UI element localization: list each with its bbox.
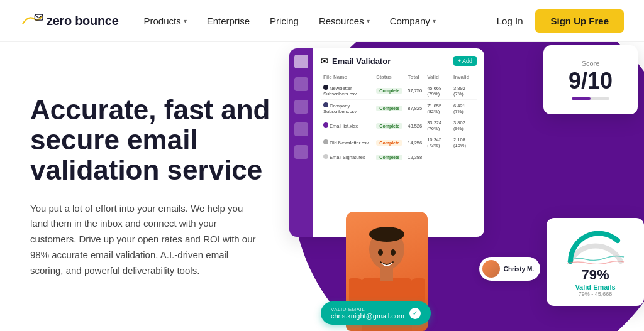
score-bar-fill: [572, 97, 591, 100]
chevron-down-icon: ▾: [184, 18, 187, 24]
table-header: File Name Status Total Valid Invalid: [321, 72, 477, 82]
gauge-detail: 79% - 45,668: [579, 291, 613, 297]
email-table: File Name Status Total Valid Invalid New…: [321, 72, 477, 163]
sidebar-icon-3: [294, 100, 308, 114]
nav-pricing[interactable]: Pricing: [270, 16, 299, 26]
gauge-subtitle: Valid Emails: [575, 283, 615, 291]
svg-point-6: [391, 249, 396, 256]
nav-enterprise[interactable]: Enterprise: [207, 16, 250, 26]
profile-name: Christy M.: [504, 266, 534, 273]
navbar: zero bounce Products ▾ Enterprise Pricin…: [0, 0, 644, 42]
login-button[interactable]: Log In: [497, 16, 523, 26]
nav-resources[interactable]: Resources ▾: [319, 16, 370, 26]
gauge-card: 79% Valid Emails 79% - 45,668: [547, 218, 644, 306]
sidebar-icon-5: [294, 145, 308, 159]
email-icon: ✉: [321, 56, 328, 66]
sidebar: [289, 48, 313, 237]
dashboard-main: ✉ Email Validator + Add File Name Status…: [313, 48, 484, 171]
avatar: [482, 260, 500, 278]
email-badge-email: chris.knight@gmail.com: [331, 312, 404, 320]
col-total: Total: [405, 72, 425, 82]
svg-point-5: [378, 249, 383, 256]
col-status: Status: [374, 72, 405, 82]
dashboard-header: ✉ Email Validator + Add: [321, 56, 477, 66]
table-row: Old Newsletter.csv Complete 14,256 10,34…: [321, 134, 477, 151]
profile-bubble: Christy M.: [479, 257, 540, 281]
nav-actions: Log In Sign Up Free: [497, 9, 624, 33]
score-label: Score: [582, 60, 600, 67]
table-row: Email Signatures Complete 12,388: [321, 151, 477, 163]
svg-point-2: [369, 227, 404, 242]
hero-right: ✉ Email Validator + Add File Name Status…: [270, 42, 644, 331]
col-filename: File Name: [321, 72, 374, 82]
chevron-down-icon: ▾: [433, 18, 436, 24]
email-validation-badge: VALID EMAIL chris.knight@gmail.com ✓: [321, 301, 431, 325]
nav-company[interactable]: Company ▾: [390, 16, 436, 26]
score-bar: [572, 97, 609, 100]
sidebar-icon-4: [294, 122, 308, 136]
hero-section: Accurate, fast and secure email validati…: [0, 42, 644, 331]
sidebar-icon-1: [294, 55, 308, 68]
table-row: Newsletter Subscribers.csv Complete 57,7…: [321, 82, 477, 100]
nav-products[interactable]: Products ▾: [144, 16, 187, 26]
gauge-percentage: 79%: [581, 267, 609, 283]
dashboard-title: Email Validator: [332, 57, 391, 66]
hero-heading: Accurate, fast and secure email validati…: [30, 95, 270, 186]
logo[interactable]: zero bounce: [20, 12, 119, 30]
table-row: Company Subscribers.csv Complete 87,825 …: [321, 100, 477, 117]
table-row: Email list.xlsx Complete 43,526 33,224 (…: [321, 117, 477, 134]
score-card: Score 9/10: [543, 45, 638, 114]
chevron-down-icon: ▾: [367, 18, 370, 24]
nav-links: Products ▾ Enterprise Pricing Resources …: [144, 16, 497, 26]
dashboard-card: ✉ Email Validator + Add File Name Status…: [289, 48, 484, 237]
hero-subtext: You put a lot of effort into your emails…: [30, 201, 263, 279]
score-value: 9/10: [569, 70, 613, 92]
col-invalid: Invalid: [451, 72, 477, 82]
svg-rect-4: [380, 267, 393, 281]
valid-email-label: VALID EMAIL: [331, 307, 404, 312]
col-valid: Valid: [425, 72, 451, 82]
gauge-chart: [564, 227, 627, 264]
hero-left: Accurate, fast and secure email validati…: [0, 42, 270, 331]
add-button[interactable]: + Add: [453, 56, 477, 66]
table-body: Newsletter Subscribers.csv Complete 57,7…: [321, 82, 477, 163]
signup-button[interactable]: Sign Up Free: [535, 9, 624, 33]
sidebar-icon-2: [294, 77, 308, 91]
logo-text: zero bounce: [47, 14, 119, 28]
check-icon: ✓: [409, 308, 421, 319]
